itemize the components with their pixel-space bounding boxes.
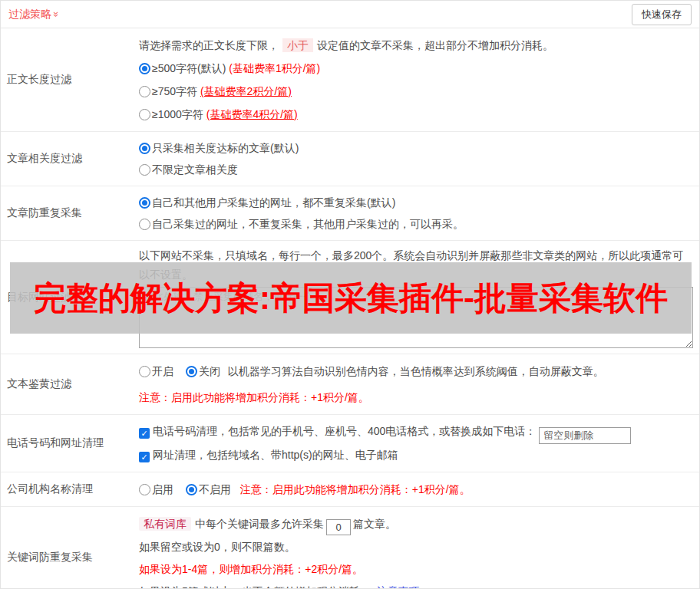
row-relevance-filter: 文章相关度过滤 只采集相关度达标的文章(默认) 不限定文章相关度 bbox=[1, 132, 699, 186]
watermark-text: 完整的解决方案:帝国采集插件-批量采集软件 bbox=[34, 277, 668, 320]
company-clean-options: 启用 不启用 注意：启用此功能将增加积分消耗：+1积分/篇。 bbox=[139, 478, 693, 501]
row-company-clean: 公司机构名称清理 启用 不启用 注意：启用此功能将增加积分消耗：+1积分/篇。 bbox=[1, 472, 699, 507]
radio-option-dedup-all[interactable]: 自己和其他用户采集过的网址，都不重复采集(默认) bbox=[139, 192, 693, 213]
porn-filter-note: 注意：启用此功能将增加积分消耗：+1积分/篇。 bbox=[139, 386, 693, 409]
row-content: 只采集相关度达标的文章(默认) 不限定文章相关度 bbox=[133, 132, 699, 186]
filter-settings-page: 过滤策略» 快速保存 正文长度过滤 请选择需求的正文长度下限，小于设定值的文章不… bbox=[0, 0, 700, 589]
fee-note: (基础费率1积分/篇) bbox=[229, 62, 320, 74]
fee-note: (基础费率4积分/篇) bbox=[206, 108, 298, 120]
radio-option-relevance-on[interactable]: 只采集相关度达标的文章(默认) bbox=[139, 137, 693, 159]
radio-option-company-off[interactable]: 不启用 bbox=[186, 483, 231, 495]
radio-option-porn-off[interactable]: 关闭 bbox=[186, 365, 220, 377]
row-content: ✓电话号码清理，包括常见的手机号、座机号、400电话格式，或替换成如下电话： ✓… bbox=[133, 415, 699, 472]
row-label: 文章相关度过滤 bbox=[1, 152, 133, 166]
header-bar: 过滤策略» 快速保存 bbox=[1, 1, 699, 28]
row-content: 自己和其他用户采集过的网址，都不重复采集(默认) 自己采集过的网址，不重复采集，… bbox=[133, 186, 699, 240]
radio-option-porn-on[interactable]: 开启 bbox=[139, 365, 173, 377]
max-articles-input[interactable] bbox=[326, 519, 351, 535]
chevron-down-icon: » bbox=[51, 12, 62, 17]
radio-icon[interactable] bbox=[139, 484, 150, 495]
page-title-label: 过滤策略 bbox=[8, 8, 51, 20]
row-label: 电话号码和网址清理 bbox=[1, 436, 133, 450]
row-label: 正文长度过滤 bbox=[1, 73, 133, 87]
radio-icon[interactable] bbox=[139, 86, 150, 97]
radio-option-dedup-own[interactable]: 自己采集过的网址，不重复采集，其他用户采集过的，可以再采。 bbox=[139, 213, 693, 235]
row-label: 文本鉴黄过滤 bbox=[1, 377, 133, 391]
row-porn-filter: 文本鉴黄过滤 开启 关闭 以机器学习算法自动识别色情内容，当色情概率达到系统阈值… bbox=[1, 354, 699, 415]
body-length-intro: 请选择需求的正文长度下限，小于设定值的文章不采集，超出部分不增加积分消耗。 bbox=[139, 34, 693, 57]
phone-clean-option[interactable]: ✓电话号码清理，包括常见的手机号、座机号、400电话格式，或替换成如下电话： bbox=[139, 420, 693, 444]
radio-option-relevance-off[interactable]: 不限定文章相关度 bbox=[139, 159, 693, 180]
checkbox-checked-icon[interactable]: ✓ bbox=[139, 452, 150, 462]
radio-option-company-on[interactable]: 启用 bbox=[139, 483, 173, 495]
porn-filter-options: 开启 关闭 以机器学习算法自动识别色情内容，当色情概率达到系统阈值，自动屏蔽文章… bbox=[139, 360, 693, 383]
fee-note: (基础费率2积分/篇) bbox=[200, 85, 292, 97]
radio-option-750[interactable]: ≥750字符 (基础费率2积分/篇) bbox=[139, 80, 693, 103]
keyword-limit-line: 私有词库中每个关键词最多允许采集篇文章。 bbox=[139, 512, 693, 535]
radio-icon[interactable] bbox=[186, 484, 197, 495]
radio-icon[interactable] bbox=[139, 219, 150, 230]
row-keyword-dedup: 关键词防重复采集 私有词库中每个关键词最多允许采集篇文章。 如果留空或设为0，则… bbox=[1, 507, 699, 589]
quick-save-button[interactable]: 快速保存 bbox=[632, 4, 692, 25]
row-label: 关键词防重复采集 bbox=[1, 551, 133, 564]
page-title[interactable]: 过滤策略» bbox=[8, 7, 59, 21]
row-body-length-filter: 正文长度过滤 请选择需求的正文长度下限，小于设定值的文章不采集，超出部分不增加积… bbox=[1, 28, 699, 132]
row-content: 启用 不启用 注意：启用此功能将增加积分消耗：+1积分/篇。 bbox=[133, 472, 699, 506]
radio-icon[interactable] bbox=[139, 197, 150, 209]
radio-option-500[interactable]: ≥500字符(默认) (基础费率1积分/篇) bbox=[139, 57, 693, 80]
row-dedup-filter: 文章防重复采集 自己和其他用户采集过的网址，都不重复采集(默认) 自己采集过的网… bbox=[1, 186, 699, 241]
porn-filter-desc: 以机器学习算法自动识别色情内容，当色情概率达到系统阈值，自动屏蔽文章。 bbox=[228, 365, 604, 377]
replacement-phone-input[interactable] bbox=[539, 427, 631, 444]
keyword-note-5plus: 如果设为5篇或以上，也不会额外增加积分消耗。注意事项» bbox=[139, 580, 693, 589]
radio-icon[interactable] bbox=[139, 109, 150, 120]
row-content: 私有词库中每个关键词最多允许采集篇文章。 如果留空或设为0，则不限篇数。 如果设… bbox=[133, 507, 699, 589]
private-lexicon-tag: 私有词库 bbox=[139, 517, 191, 531]
keyword-note-zero: 如果留空或设为0，则不限篇数。 bbox=[139, 535, 693, 558]
notice-link[interactable]: 注意事项» bbox=[377, 585, 426, 589]
radio-icon[interactable] bbox=[139, 366, 150, 377]
url-clean-option[interactable]: ✓网址清理，包括纯域名、带http(s)的网址、电子邮箱 bbox=[139, 444, 693, 466]
row-content: 开启 关闭 以机器学习算法自动识别色情内容，当色情概率达到系统阈值，自动屏蔽文章… bbox=[133, 354, 699, 414]
company-clean-note: 注意：启用此功能将增加积分消耗：+1积分/篇。 bbox=[240, 483, 471, 495]
radio-icon[interactable] bbox=[186, 366, 197, 377]
watermark-banner: 完整的解决方案:帝国采集插件-批量采集软件 bbox=[10, 262, 692, 334]
row-label: 文章防重复采集 bbox=[1, 206, 133, 220]
checkbox-checked-icon[interactable]: ✓ bbox=[139, 428, 150, 439]
row-phone-url-clean: 电话号码和网址清理 ✓电话号码清理，包括常见的手机号、座机号、400电话格式，或… bbox=[1, 415, 699, 472]
radio-option-1000[interactable]: ≥1000字符 (基础费率4积分/篇) bbox=[139, 103, 693, 126]
radio-icon[interactable] bbox=[139, 63, 150, 74]
keyword-note-1-4: 如果设为1-4篇，则增加积分消耗：+2积分/篇。 bbox=[139, 558, 693, 580]
radio-icon[interactable] bbox=[139, 143, 150, 154]
row-content: 请选择需求的正文长度下限，小于设定值的文章不采集，超出部分不增加积分消耗。 ≥5… bbox=[133, 28, 699, 131]
row-label: 公司机构名称清理 bbox=[1, 482, 133, 496]
less-than-tag: 小于 bbox=[282, 38, 313, 52]
radio-icon[interactable] bbox=[139, 164, 150, 176]
